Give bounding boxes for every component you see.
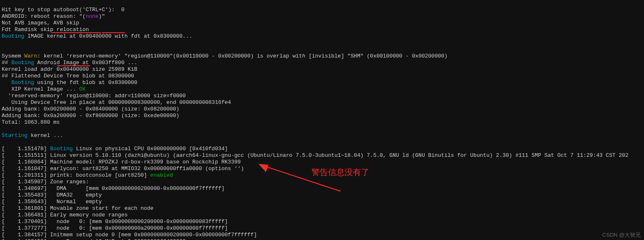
log-line: [ 1.366481] Early memory node ranges [2,212,128,218]
log-line: 'reserved-memory' region@110000: addr=11… [2,93,186,99]
log-line: Total: 1063.880 ms [2,119,60,125]
svg-line-0 [265,166,340,191]
log-line: [ 1.355483] DMA32 empty [2,192,102,198]
log-line: [ 1.370401] node 0: [mem 0x0000000000200… [2,218,228,225]
watermark: CSDN @大智兄 [602,232,641,238]
log-line: Kernel load addr 0x00400000 size 25989 K… [2,66,137,72]
log-line: Booting using the fdt blob at 0x8300000 [2,79,137,86]
log-line: ## Flattened Device Tree blob at 0830000… [2,73,134,79]
log-line: [ 1.160864] Machine model: RPDZKJ rd-box… [2,159,241,165]
blank-line [2,126,5,132]
underline-annotation-1 [51,32,101,33]
underline-annotation-2 [102,32,125,33]
booting-keyword: Booting [11,79,34,86]
booting-keyword: Booting [2,33,24,39]
blank-line [2,139,5,145]
blank-line [2,40,5,46]
log-line: Starting kernel ... [2,132,63,139]
enabled-keyword: enabled [150,172,173,178]
annotation-arrow-icon [258,162,345,195]
log-line: Booting IMAGE kernel at 0x00400000 with … [2,33,192,39]
ok-keyword: OK [79,86,86,92]
svg-marker-1 [258,164,268,172]
log-line: [ 1.423150] cma: Reserved 16 MiB at 0x00… [2,238,186,240]
log-line: [ 1.201311] printk: bootconsole [uart825… [2,172,173,178]
log-line: Sysmem Warn: kernel 'reserved-memory' "r… [2,53,448,59]
log-line: [ 1.358643] Normal empty [2,199,102,205]
log-line: [ 1.151478] Booting Linux on physical CP… [2,146,228,152]
log-line: Adding bank: 0x00200000 - 0x08400000 (si… [2,106,179,112]
log-line: ## Booting Android Image at 0x003ff800 .… [2,60,137,66]
log-line: Not AVB images, AVB skip [2,20,79,26]
log-line: [ 1.345907] Zone ranges: [2,179,89,185]
log-line: [ 1.348697] DMA [mem 0x0000000000200000-… [2,185,224,192]
starting-keyword: Starting [2,132,27,139]
log-line: Hit key to stop autoboot('CTRL+C'): 0 [2,7,124,13]
log-line: [ 1.161047] earlycon: uart8250 at MMIO32… [2,166,244,172]
warn-keyword: Warn [24,53,37,59]
log-line: XIP Kernel Image ... OK [2,86,86,92]
booting-keyword: Booting [50,146,73,152]
booting-keyword: Booting [11,60,34,66]
terminal-output: Hit key to stop autoboot('CTRL+C'): 0 AN… [0,0,644,240]
log-line: Fdt Ramdisk skip relocation [2,26,89,33]
log-line: [ 1.151511] Linux version 5.10.110 (dazh… [2,152,628,158]
log-line: [ 1.377277] node 0: [mem 0x000000000a200… [2,225,228,231]
log-line: Adding bank: 0x0a200000 - 0xf8000000 (si… [2,113,179,119]
annotation-text: 警告信息没有了 [311,169,369,175]
reboot-reason-value: none [86,13,99,19]
log-line: [ 1.384157] Initmem setup node 0 [mem 0x… [2,232,257,238]
log-line: Using Device Tree in place at 0000000008… [2,99,231,106]
blank-line [2,46,5,53]
log-line: [ 1.361801] Movable zone start for each … [2,205,154,211]
log-line: ANDROID: reboot reason: "(none)" [2,13,105,19]
underline-annotation-3 [57,65,90,66]
